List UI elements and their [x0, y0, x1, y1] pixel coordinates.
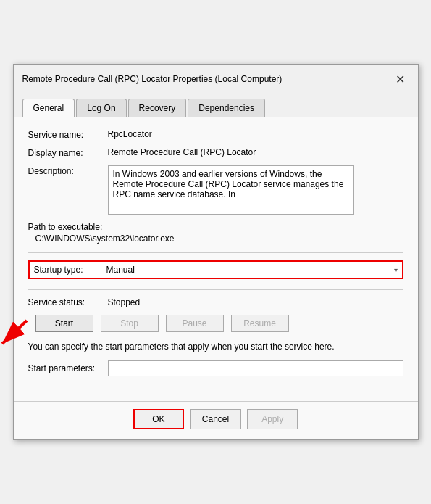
tab-general[interactable]: General [22, 99, 75, 117]
main-window: Remote Procedure Call (RPC) Locator Prop… [13, 64, 419, 440]
svg-line-1 [2, 321, 27, 344]
service-name-label: Service name: [28, 129, 108, 140]
apply-button[interactable]: Apply [247, 409, 298, 429]
resume-button[interactable]: Resume [231, 315, 289, 332]
service-name-row: Service name: RpcLocator [28, 129, 403, 140]
startup-row: Startup type: Manual ▾ [28, 260, 403, 279]
service-name-value: RpcLocator [108, 129, 152, 139]
service-status-row: Service status: Stopped [28, 297, 403, 307]
tab-strip: General Log On Recovery Dependencies [14, 94, 418, 117]
params-row: Start parameters: [28, 360, 403, 376]
red-arrow-annotation [0, 318, 30, 350]
service-status-value: Stopped [108, 297, 141, 307]
tab-logon[interactable]: Log On [76, 99, 126, 117]
display-name-value: Remote Procedure Call (RPC) Locator [108, 147, 256, 157]
path-label: Path to executable: [28, 222, 403, 232]
description-textarea[interactable] [108, 165, 354, 215]
tab-dependencies[interactable]: Dependencies [188, 99, 265, 117]
startup-label: Startup type: [34, 265, 106, 275]
cancel-button[interactable]: Cancel [190, 409, 241, 429]
hint-text: You can specify the start parameters tha… [28, 341, 403, 353]
params-input[interactable] [108, 360, 403, 376]
pause-button[interactable]: Pause [166, 315, 224, 332]
window-title: Remote Procedure Call (RPC) Locator Prop… [22, 74, 283, 84]
close-button[interactable]: ✕ [392, 70, 409, 88]
tab-recovery[interactable]: Recovery [128, 99, 187, 117]
divider-1 [28, 252, 403, 253]
description-row: Description: [28, 165, 403, 215]
stop-button[interactable]: Stop [101, 315, 159, 332]
startup-value: Manual [106, 265, 394, 275]
path-value: C:\WINDOWS\system32\locator.exe [35, 234, 403, 244]
ok-button[interactable]: OK [133, 409, 184, 429]
path-section: Path to executable: C:\WINDOWS\system32\… [28, 222, 403, 244]
dialog-buttons: OK Cancel Apply [14, 409, 418, 439]
description-label: Description: [28, 165, 108, 176]
title-bar: Remote Procedure Call (RPC) Locator Prop… [14, 65, 418, 94]
display-name-label: Display name: [28, 147, 108, 158]
tab-content: Service name: RpcLocator Display name: R… [14, 117, 418, 398]
bottom-divider [14, 401, 418, 402]
divider-2 [28, 289, 403, 290]
start-button[interactable]: Start [35, 315, 93, 332]
params-label: Start parameters: [28, 363, 108, 373]
service-status-label: Service status: [28, 297, 108, 307]
display-name-row: Display name: Remote Procedure Call (RPC… [28, 147, 403, 158]
service-buttons-container: Start Stop Pause Resume [28, 315, 403, 332]
service-control-buttons: Start Stop Pause Resume [28, 315, 403, 332]
startup-dropdown-arrow[interactable]: ▾ [394, 266, 398, 274]
